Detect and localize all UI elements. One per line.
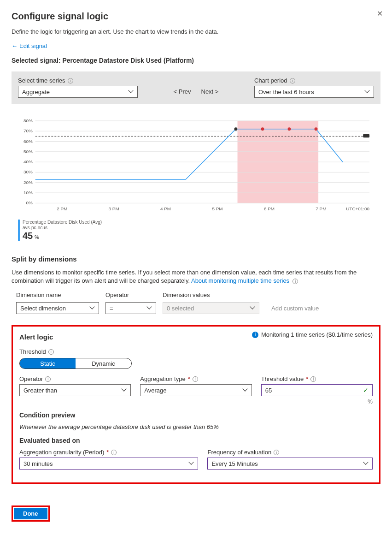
threshold-label: Threshold <box>19 348 46 355</box>
info-icon[interactable] <box>193 376 198 382</box>
frequency-label: Frequency of evaluation <box>207 449 271 456</box>
legend-series-name: Percentage Datastore Disk Used (Avg) <box>23 220 102 225</box>
chevron-down-icon <box>251 306 255 310</box>
chart-period-label: Chart period <box>254 77 287 84</box>
info-icon[interactable] <box>45 376 51 382</box>
dimension-values-dropdown[interactable]: 0 selected <box>163 302 259 314</box>
close-icon[interactable]: ✕ <box>377 9 383 18</box>
edit-signal-link[interactable]: ← Edit signal <box>12 42 47 49</box>
info-icon[interactable] <box>111 450 117 455</box>
svg-text:20%: 20% <box>23 180 33 185</box>
operator-label: Operator <box>19 375 43 382</box>
legend-unit: % <box>35 234 39 240</box>
operator-value: Greater than <box>23 387 57 394</box>
info-icon[interactable] <box>68 78 73 83</box>
dim-col-op: Operator <box>105 291 156 298</box>
split-dim-heading: Split by dimensions <box>12 255 380 263</box>
chevron-down-icon <box>365 89 370 94</box>
condition-preview-heading: Condition preview <box>19 411 373 419</box>
svg-text:3 PM: 3 PM <box>109 206 119 211</box>
split-dim-text: Use dimensions to monitor specific time … <box>12 269 357 284</box>
info-blue-icon: i <box>252 332 258 338</box>
done-button[interactable]: Done <box>14 508 47 519</box>
threshval-label: Threshold value <box>261 375 304 382</box>
legend-resource: avs-pc-ncus <box>23 225 102 231</box>
svg-text:70%: 70% <box>23 128 33 133</box>
split-dim-desc: Use dimensions to monitor specific time … <box>12 268 380 285</box>
add-custom-value[interactable]: Add custom value <box>266 305 319 312</box>
svg-rect-20 <box>363 134 369 137</box>
select-ts-value: Aggregate <box>22 89 50 95</box>
aggregation-type-dropdown[interactable]: Average <box>140 384 252 396</box>
info-icon[interactable] <box>310 376 316 382</box>
svg-text:10%: 10% <box>23 190 33 195</box>
svg-text:5 PM: 5 PM <box>212 206 222 211</box>
info-icon[interactable] <box>274 450 279 455</box>
threshold-dynamic[interactable]: Dynamic <box>76 358 131 369</box>
chevron-down-icon <box>189 461 194 466</box>
chevron-down-icon <box>243 388 248 392</box>
condition-preview-text: Whenever the average percentage datastor… <box>19 423 373 430</box>
edit-signal-text: Edit signal <box>19 42 47 49</box>
operator-dropdown[interactable]: Greater than <box>19 384 131 396</box>
legend-value: 45 <box>23 231 33 241</box>
frequency-value: Every 15 Minutes <box>211 460 257 467</box>
arrow-left-icon: ← <box>12 42 18 49</box>
monitoring-info: i Monitoring 1 time series ($0.1/time se… <box>252 331 373 338</box>
svg-text:60%: 60% <box>23 139 33 144</box>
threshold-unit: % <box>261 398 373 405</box>
about-monitoring-link[interactable]: About monitoring multiple time series <box>191 277 289 284</box>
threshold-value-input[interactable]: 65 ✓ <box>261 384 373 396</box>
svg-point-31 <box>315 127 318 131</box>
svg-point-28 <box>234 127 237 131</box>
chart-legend: Percentage Datastore Disk Used (Avg) avs… <box>18 220 374 241</box>
next-link[interactable]: Next > <box>201 88 219 95</box>
svg-text:50%: 50% <box>23 149 33 154</box>
dimension-operator-dropdown[interactable]: = <box>105 302 156 314</box>
granularity-value: 30 minutes <box>23 460 53 467</box>
chart-period-value: Over the last 6 hours <box>258 89 314 95</box>
threshold-toggle: Static Dynamic <box>19 358 132 369</box>
dim-op-value: = <box>110 305 113 312</box>
divider <box>12 497 380 497</box>
chevron-down-icon <box>364 461 369 466</box>
panel-title: Configure signal logic <box>12 11 380 22</box>
checkmark-icon: ✓ <box>363 387 369 394</box>
info-icon[interactable] <box>48 349 54 355</box>
chevron-down-icon <box>122 388 127 392</box>
frequency-dropdown[interactable]: Every 15 Minutes <box>207 458 373 470</box>
svg-point-30 <box>288 127 291 131</box>
evaluated-heading: Evaluated based on <box>19 437 373 444</box>
svg-text:6 PM: 6 PM <box>264 206 275 211</box>
chart: 0%10%20%30%40%50%60%70%80%2 PM3 PM4 PM5 … <box>18 118 374 214</box>
dimension-name-dropdown[interactable]: Select dimension <box>16 302 99 314</box>
threshold-static[interactable]: Static <box>20 358 76 369</box>
granularity-label: Aggregation granularity (Period) <box>19 449 104 456</box>
aggtype-label: Aggregation type <box>140 375 185 382</box>
select-time-series-dropdown[interactable]: Aggregate <box>18 86 138 98</box>
granularity-dropdown[interactable]: 30 minutes <box>19 458 198 470</box>
svg-text:80%: 80% <box>23 118 33 123</box>
select-ts-label: Select time series <box>18 77 65 84</box>
svg-text:0%: 0% <box>26 200 33 205</box>
chart-container: 0%10%20%30%40%50%60%70%80%2 PM3 PM4 PM5 … <box>12 118 380 241</box>
chevron-down-icon <box>129 89 134 94</box>
chart-period-dropdown[interactable]: Over the last 6 hours <box>254 86 374 98</box>
legend-color-bar <box>18 220 20 241</box>
info-icon[interactable] <box>293 279 298 284</box>
prev-link[interactable]: < Prev <box>174 88 191 95</box>
svg-point-29 <box>261 127 264 131</box>
monitoring-text: Monitoring 1 time series ($0.1/time seri… <box>261 331 373 338</box>
aggtype-value: Average <box>144 387 166 394</box>
panel-subtitle: Define the logic for triggering an alert… <box>12 28 380 35</box>
time-series-bar: Select time series Aggregate < Prev Next… <box>12 71 380 104</box>
threshval-value: 65 <box>265 387 272 394</box>
selected-signal-label: Selected signal: Percentage Datastore Di… <box>12 57 380 64</box>
done-highlight: Done <box>12 505 50 522</box>
svg-text:2 PM: 2 PM <box>57 206 67 211</box>
dim-col-name: Dimension name <box>16 291 99 298</box>
info-icon[interactable] <box>290 78 295 83</box>
svg-text:40%: 40% <box>23 159 33 164</box>
chevron-down-icon <box>147 306 152 310</box>
chevron-down-icon <box>90 306 95 310</box>
